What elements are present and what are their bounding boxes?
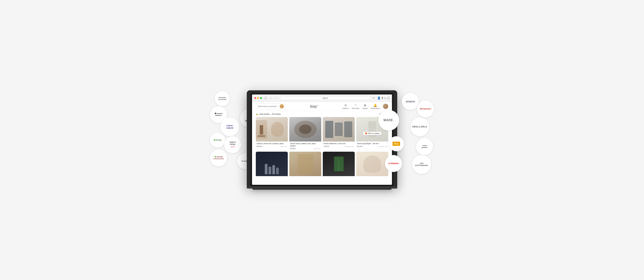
search-submit-button[interactable]: 🔍	[280, 104, 284, 108]
product-price-row-3: 79,00 € smallable.com	[324, 145, 354, 147]
product-image-2	[289, 117, 321, 142]
made-label: MADE.	[384, 118, 394, 122]
brand-maisons-du-monde[interactable]: MAISONSDU MONDE	[215, 91, 230, 106]
les-raffineurs-label: LESRAFFINEURS	[415, 162, 428, 167]
gift-icon: 🎁	[365, 132, 367, 134]
url-bar[interactable]: listy.fr	[280, 96, 370, 100]
product-info-3: Pichet isotherme 1L Noir mat 79,00 € sma…	[323, 142, 355, 148]
tabs-icon[interactable]: ⬜	[386, 97, 390, 100]
product-info-8	[356, 176, 388, 178]
list-title: 🔒 Liste privée – 25 envies	[256, 113, 281, 115]
nav-explorer[interactable]: ⊙ Explorer	[342, 104, 349, 109]
nav-ajouter[interactable]: ⊕ Ajouter	[362, 104, 368, 109]
product-shop-2: made.com	[314, 148, 320, 149]
browser-actions: 👤 ⬆ + ⬜	[377, 97, 390, 100]
brand-smallable[interactable]: SMALLABLE	[410, 117, 429, 136]
product-grid: Sabrina, service de 12 pièces, blanc 60,…	[256, 117, 388, 178]
gift-button[interactable]: 🎁 Offrir ce cadeau	[363, 132, 382, 135]
product-price-row-2: 42,00 € made.com	[290, 148, 320, 149]
mes-listes-label: Mes listes	[352, 107, 359, 109]
scene: MAISONSDU MONDE 🅓 DESIGNMARKET TheCoolRe…	[209, 74, 435, 206]
product-price-3: 79,00 €	[324, 145, 329, 147]
product-info-6	[289, 176, 321, 178]
brand-nature-decouvertes[interactable]: 🌿 NATURE& Découvertes	[210, 149, 227, 166]
brand-florajet[interactable]: 🌿 florajet	[210, 132, 225, 148]
traffic-light-minimize[interactable]	[257, 97, 259, 99]
lock-icon: 🔒	[256, 113, 258, 115]
product-image-3	[323, 117, 355, 142]
traffic-light-fullscreen[interactable]	[260, 97, 262, 99]
laptop-body: ⬜ ‹ › listy.fr ↻ 👤 ⬆ + ⬜	[247, 90, 397, 186]
search-box[interactable]: 🔍	[256, 103, 286, 109]
nav-mes-listes[interactable]: ♡ Mes listes	[352, 104, 359, 109]
back-button[interactable]: ‹	[269, 96, 273, 100]
product-info-1: Sabrina, service de 12 pièces, blanc 60,…	[256, 142, 288, 148]
product-info-7	[323, 176, 355, 178]
brand-fnac[interactable]: fnac	[389, 136, 404, 151]
account-icon[interactable]: 👤	[377, 97, 380, 100]
product-card-7[interactable]	[323, 152, 355, 178]
brand-avant-gardiste[interactable]: l'avantgardiste	[416, 138, 433, 155]
sidebar-toggle[interactable]: ⬜	[263, 96, 268, 100]
product-info-4: Verres long Ripple – Set de 4 55,00 € sm…	[356, 142, 388, 148]
browser-chrome: ⬜ ‹ › listy.fr ↻ 👤 ⬆ + ⬜	[252, 95, 392, 102]
wonderbox-label: Wonderbox	[420, 108, 431, 110]
content-area: 🔒 Liste privée – 25 envies Trier par ≡	[252, 111, 392, 180]
product-name-4: Verres long Ripple – Set de 4	[357, 143, 388, 145]
explorer-icon: ⊙	[344, 104, 347, 107]
fnac-badge: fnac	[392, 142, 400, 146]
brand-amazon[interactable]: amazon	[402, 93, 419, 110]
laptop-bottom	[252, 189, 392, 190]
share-icon[interactable]: ⬆	[381, 97, 384, 100]
search-input[interactable]	[258, 105, 278, 107]
brand-les-raffineurs[interactable]: LESRAFFINEURS	[412, 155, 431, 174]
product-image-5	[256, 152, 288, 176]
notifications-icon: 🔔	[373, 104, 377, 107]
ajouter-label: Ajouter	[362, 107, 368, 109]
new-tab-icon[interactable]: +	[384, 97, 386, 100]
product-info-2: House Doctor, plateau Cast, laiton antiq…	[289, 142, 321, 150]
explorer-label: Explorer	[342, 107, 349, 109]
list-title-text: Liste privée – 25 envies	[259, 113, 281, 115]
logo: listy✓	[310, 104, 318, 109]
avant-gardiste-label: l'avantgardiste	[422, 145, 427, 148]
product-name-3: Pichet isotherme 1L Noir mat	[324, 143, 354, 145]
product-price-1: 60,00 €	[256, 145, 262, 147]
brand-galeries-lafayette[interactable]: GaleriesLafayette	[220, 117, 239, 136]
product-price-4: 55,00 €	[357, 145, 363, 147]
product-card-3[interactable]: Pichet isotherme 1L Noir mat 79,00 € sma…	[323, 117, 355, 150]
product-card-2[interactable]: House Doctor, plateau Cast, laiton antiq…	[289, 117, 321, 150]
forward-button[interactable]: ›	[274, 96, 279, 100]
brand-made[interactable]: MADE.	[378, 110, 399, 131]
product-price-row-4: 55,00 € smallable.com	[357, 145, 388, 147]
app-header: 🔍 listy✓ ⊙ Explorer ♡	[252, 102, 392, 111]
amazon-label: amazon	[406, 100, 415, 103]
product-image-8	[356, 152, 388, 176]
brand-made-in-design[interactable]: made indesign• • •	[224, 136, 241, 153]
traffic-light-close[interactable]	[254, 97, 256, 99]
product-shop-3: smallable.com	[344, 146, 354, 147]
nav-notifications[interactable]: 🔔 Notifications	[371, 104, 380, 109]
brand-la-redoute[interactable]: La Redoute	[385, 155, 402, 172]
product-price-2: 42,00 €	[290, 148, 296, 149]
product-image-6	[289, 152, 321, 176]
product-card-1[interactable]: Sabrina, service de 12 pièces, blanc 60,…	[256, 117, 288, 150]
product-image-7	[323, 152, 355, 176]
refresh-button[interactable]: ↻	[372, 96, 376, 100]
list-header: 🔒 Liste privée – 25 envies Trier par ≡	[256, 113, 388, 115]
mes-listes-icon: ♡	[354, 104, 357, 107]
product-card-6[interactable]	[289, 152, 321, 178]
product-card-8[interactable]	[356, 152, 388, 178]
smallable-label: SMALLABLE	[412, 126, 427, 128]
laptop: ⬜ ‹ › listy.fr ↻ 👤 ⬆ + ⬜	[247, 90, 397, 190]
gift-overlay: 🎁 Offrir ce cadeau	[356, 132, 388, 135]
product-image-1	[256, 117, 288, 142]
laptop-base	[247, 186, 397, 189]
product-card-5[interactable]	[256, 152, 288, 178]
screen-bezel: ⬜ ‹ › listy.fr ↻ 👤 ⬆ + ⬜	[250, 93, 394, 186]
user-avatar[interactable]	[383, 104, 388, 109]
product-name-1: Sabrina, service de 12 pièces, blanc	[256, 143, 287, 145]
la-redoute-label: La Redoute	[388, 162, 398, 165]
product-shop-1: made.com	[280, 146, 287, 147]
brand-wonderbox[interactable]: Wonderbox	[417, 101, 434, 117]
